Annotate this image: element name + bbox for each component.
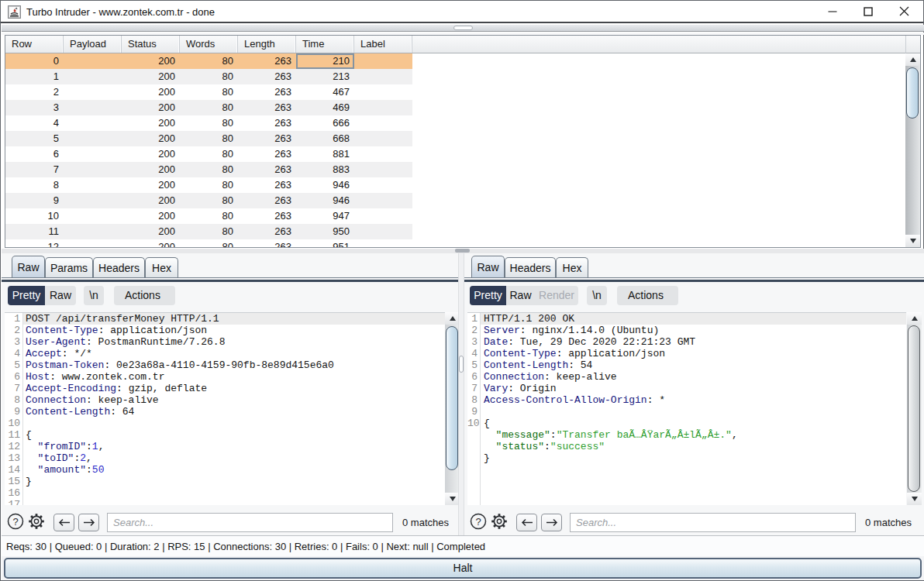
line-number: 4 xyxy=(467,348,478,359)
table-scroll-up-button[interactable] xyxy=(905,53,920,66)
line-number: 8 xyxy=(5,394,20,406)
table-row-8[interactable]: 820080263946 xyxy=(5,177,905,193)
table-row-3[interactable]: 320080263469 xyxy=(5,100,905,115)
settings-gear-icon[interactable] xyxy=(27,512,46,531)
line-number: 9 xyxy=(5,406,20,418)
response-scroll-up-button[interactable] xyxy=(907,312,922,325)
column-header-payload[interactable]: Payload xyxy=(64,36,122,53)
response-scroll-down-button[interactable] xyxy=(907,493,922,505)
response-search-matches: 0 matches xyxy=(865,517,912,528)
minimize-button[interactable] xyxy=(819,1,846,22)
column-header-time[interactable]: Time xyxy=(296,36,354,53)
request-pretty-button[interactable]: Pretty xyxy=(8,286,45,305)
table-scrollbar-thumb[interactable] xyxy=(906,67,919,119)
cell-length: 263 xyxy=(238,100,296,115)
request-tab-params[interactable]: Params xyxy=(45,257,93,277)
cell-row: 2 xyxy=(5,84,64,100)
table-row-9[interactable]: 920080263946 xyxy=(5,193,905,208)
request-tab-raw[interactable]: Raw xyxy=(12,256,45,277)
gutter-separator xyxy=(22,313,23,505)
cell-status: 200 xyxy=(122,162,180,177)
close-button[interactable] xyxy=(891,1,917,22)
maximize-icon xyxy=(864,7,873,16)
request-raw-button[interactable]: Raw xyxy=(45,286,76,305)
search-next-button[interactable] xyxy=(78,514,99,531)
table-row-1[interactable]: 120080263213 xyxy=(5,69,905,84)
column-header-length[interactable]: Length xyxy=(238,36,296,53)
line-number: 3 xyxy=(5,336,20,348)
request-editor[interactable]: 1POST /api/transferMoney HTTP/1.12Conten… xyxy=(5,312,446,505)
table-row-5[interactable]: 520080263668 xyxy=(5,131,905,146)
column-header-status[interactable]: Status xyxy=(122,36,180,53)
table-row-11[interactable]: 1120080263950 xyxy=(5,224,905,239)
request-search-input[interactable]: Search... xyxy=(107,513,393,532)
cell-time: 883 xyxy=(296,162,354,177)
request-tab-headers[interactable]: Headers xyxy=(93,257,145,277)
cell-words: 80 xyxy=(180,224,238,239)
response-tab-hex[interactable]: Hex xyxy=(556,257,588,277)
cell-length: 263 xyxy=(238,224,296,239)
cell-words: 80 xyxy=(180,84,238,100)
cell-row: 12 xyxy=(5,239,64,248)
response-render-button[interactable]: Render xyxy=(535,286,578,305)
maximize-button[interactable] xyxy=(855,1,881,22)
cell-time: 666 xyxy=(296,115,354,131)
halt-button[interactable]: Halt xyxy=(4,558,922,579)
help-icon[interactable]: ? xyxy=(7,513,24,530)
cell-status: 200 xyxy=(122,131,180,146)
code-line: POST /api/transferMoney HTTP/1.1 xyxy=(26,313,219,325)
line-number: 2 xyxy=(467,325,478,336)
table-scroll-down-button[interactable] xyxy=(905,235,920,247)
search-prev-button[interactable] xyxy=(53,514,74,531)
cell-status: 200 xyxy=(122,224,180,239)
line-number: 12 xyxy=(5,441,20,452)
cell-time: 946 xyxy=(296,177,354,193)
svg-text:?: ? xyxy=(12,516,18,528)
line-number: 14 xyxy=(5,464,20,476)
response-raw-button[interactable]: Raw xyxy=(506,286,535,305)
vertical-split-grip[interactable] xyxy=(459,356,464,373)
request-actions-button[interactable]: Actions xyxy=(114,286,175,305)
search-prev-button[interactable] xyxy=(516,514,537,531)
horizontal-split-grip[interactable] xyxy=(455,249,470,253)
cell-row: 4 xyxy=(5,115,64,131)
code-line: HTTP/1.1 200 OK xyxy=(484,313,574,325)
settings-gear-icon[interactable] xyxy=(490,512,509,531)
table-row-0[interactable]: 020080263210 xyxy=(5,53,905,69)
line-number: 2 xyxy=(5,325,20,336)
table-row-6[interactable]: 620080263881 xyxy=(5,146,905,162)
cell-time: 469 xyxy=(296,100,354,115)
response-newline-button[interactable]: \n xyxy=(587,286,607,305)
response-scrollbar-thumb[interactable] xyxy=(908,325,920,492)
table-row-12[interactable]: 1220080263951 xyxy=(5,239,905,248)
response-actions-button[interactable]: Actions xyxy=(617,286,678,305)
results-table-body[interactable]: 0200802632101200802632132200802634673200… xyxy=(5,53,905,248)
request-tab-hex[interactable]: Hex xyxy=(145,257,178,277)
search-next-button[interactable] xyxy=(541,514,562,531)
column-header-row[interactable]: Row xyxy=(5,36,64,53)
cell-status: 200 xyxy=(122,193,180,208)
response-pretty-button[interactable]: Pretty xyxy=(470,286,506,305)
vertical-split-divider[interactable] xyxy=(458,253,464,535)
top-split-divider[interactable] xyxy=(2,25,924,32)
request-newline-button[interactable]: \n xyxy=(84,286,104,305)
response-actions-label: Actions xyxy=(628,289,664,301)
column-header-words[interactable]: Words xyxy=(180,36,238,53)
halt-button-area: Halt xyxy=(2,556,924,580)
request-actions-label: Actions xyxy=(125,289,160,301)
top-split-grip[interactable] xyxy=(453,26,473,30)
column-header-label[interactable]: Label xyxy=(354,36,412,53)
response-editor-scrollbar[interactable] xyxy=(907,312,922,505)
help-icon[interactable]: ? xyxy=(470,513,487,530)
response-tab-headers[interactable]: Headers xyxy=(505,257,556,277)
table-scrollbar[interactable] xyxy=(905,36,920,247)
response-editor[interactable]: 1HTTP/1.1 200 OK2Server: nginx/1.14.0 (U… xyxy=(467,312,906,505)
table-row-2[interactable]: 220080263467 xyxy=(5,84,905,100)
response-tab-raw[interactable]: Raw xyxy=(471,256,505,277)
request-scrollbar-thumb[interactable] xyxy=(446,326,458,470)
response-search-input[interactable]: Search... xyxy=(570,513,856,532)
code-line: Accept: */* xyxy=(26,348,92,359)
table-row-10[interactable]: 1020080263947 xyxy=(5,208,905,224)
table-row-7[interactable]: 720080263883 xyxy=(5,162,905,177)
table-row-4[interactable]: 420080263666 xyxy=(5,115,905,131)
